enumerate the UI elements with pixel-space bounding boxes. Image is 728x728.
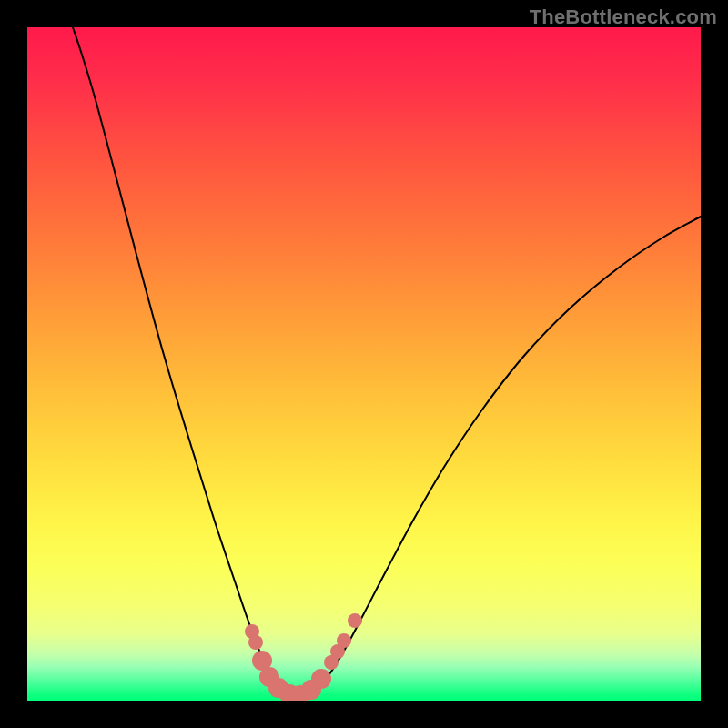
curve-left [73, 27, 297, 699]
curve-marker [311, 669, 331, 689]
curve-marker [248, 635, 263, 650]
marker-group [245, 613, 362, 701]
chart-frame: TheBottleneck.com [0, 0, 728, 728]
chart-svg [27, 27, 701, 701]
curve-marker [348, 613, 362, 628]
watermark-text: TheBottleneck.com [530, 5, 717, 29]
chart-plot-area [27, 27, 701, 701]
curve-marker [337, 633, 351, 648]
